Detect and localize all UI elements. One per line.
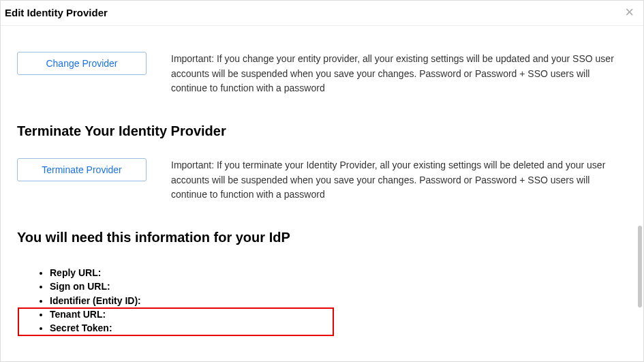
- close-icon[interactable]: ×: [622, 5, 637, 20]
- terminate-provider-section: Terminate Provider Important: If you ter…: [17, 158, 627, 202]
- change-provider-section: Change Provider Important: If you change…: [17, 52, 627, 96]
- list-item-reply-url: Reply URL:: [50, 266, 627, 280]
- modal-title: Edit Identity Provider: [5, 7, 108, 18]
- terminate-provider-description: Important: If you terminate your Identit…: [171, 158, 627, 202]
- terminate-provider-button[interactable]: Terminate Provider: [17, 158, 147, 181]
- terminate-heading: Terminate Your Identity Provider: [17, 123, 627, 139]
- edit-idp-modal: Edit Identity Provider × Change Provider…: [0, 0, 644, 362]
- idp-info-list: Reply URL: Sign on URL: Identifier (Enti…: [17, 266, 627, 335]
- list-item-identifier: Identifier (Entity ID):: [50, 294, 627, 307]
- list-item-sign-on-url: Sign on URL:: [50, 280, 627, 293]
- modal-content: Change Provider Important: If you change…: [1, 26, 643, 360]
- list-item-secret-token: Secret Token:: [50, 321, 627, 335]
- list-item-tenant-url: Tenant URL:: [50, 307, 627, 321]
- change-provider-description: Important: If you change your entity pro…: [171, 52, 627, 96]
- scrollbar-thumb[interactable]: [638, 226, 642, 307]
- terminate-provider-button-label: Terminate Provider: [42, 164, 122, 175]
- change-provider-button[interactable]: Change Provider: [17, 52, 147, 75]
- modal-header: Edit Identity Provider ×: [1, 1, 643, 26]
- change-provider-button-label: Change Provider: [46, 58, 117, 69]
- idp-info-heading: You will need this information for your …: [17, 230, 627, 245]
